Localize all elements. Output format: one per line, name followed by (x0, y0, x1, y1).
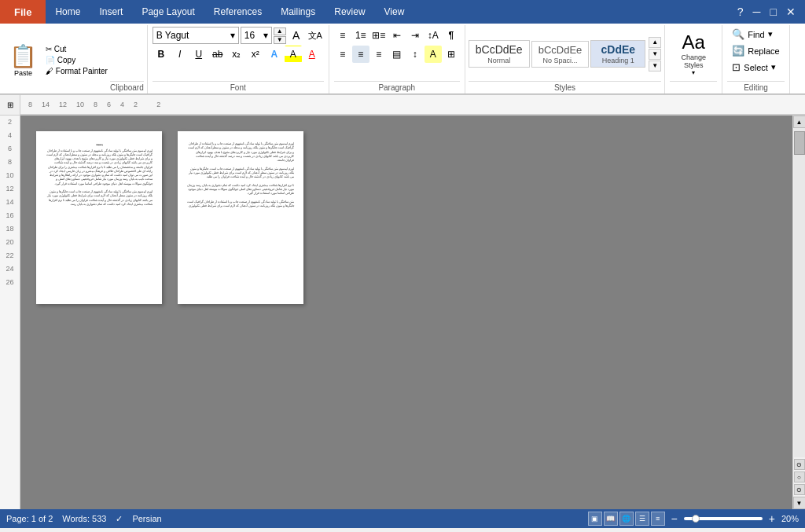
page-info: Page: 1 of 2 (6, 514, 53, 523)
style1-text: bCcDdEe (476, 43, 523, 56)
font-color-button[interactable]: A (303, 46, 321, 63)
find-button[interactable]: 🔍 Find ▾ (727, 27, 784, 42)
decrease-indent-button[interactable]: ⇤ (388, 27, 406, 44)
tab-page-layout[interactable]: Page Layout (132, 0, 204, 24)
justify-button[interactable]: ▤ (388, 46, 406, 63)
clear-format-button[interactable]: A (288, 27, 305, 44)
select-arrow: ▾ (771, 62, 776, 72)
highlight-button[interactable]: A (285, 46, 302, 63)
next-page-button[interactable]: ⊙ (794, 484, 805, 495)
subscript-button[interactable]: x₂ (228, 46, 245, 63)
paste-button[interactable]: 📋 Paste (3, 27, 43, 94)
show-formatting-button[interactable]: ¶ (443, 27, 460, 44)
spell-check[interactable]: ✓ (116, 514, 123, 524)
change-styles-icon: Aa (682, 31, 705, 53)
tab-file[interactable]: File (0, 0, 46, 24)
change-styles-section: Aa ChangeStyles ▾ (665, 25, 722, 94)
replace-label: Replace (748, 46, 779, 56)
numbering-button[interactable]: 1≡ (352, 27, 369, 44)
full-reading-button[interactable]: 📖 (604, 512, 618, 526)
normal-label: Normal (487, 57, 510, 64)
align-left-button[interactable]: ≡ (334, 46, 351, 63)
select-icon: ⊡ (732, 61, 741, 73)
maximize-icon[interactable]: □ (767, 4, 780, 20)
select-browse-button[interactable]: ○ (794, 471, 805, 482)
page-2[interactable]: لورم ایپسوم متن ساختگی با تولید سادگی نا… (178, 131, 303, 304)
format-painter-button[interactable]: 🖌 Format Painter (43, 66, 110, 76)
underline-button[interactable]: U (190, 46, 208, 63)
select-label: Select (744, 63, 768, 72)
multilevel-list-button[interactable]: ⊞≡ (370, 27, 388, 44)
page-1[interactable]: بسمه لورم ایپسوم متن ساختگی با تولید ساد… (36, 131, 162, 304)
strikethrough-button[interactable]: ab (209, 46, 226, 63)
styles-more[interactable]: ▼ (649, 61, 661, 72)
paragraph-row2: ≡ ≡ ≡ ▤ ↕ A ⊞ (334, 46, 460, 63)
shading-button[interactable]: A (425, 46, 442, 63)
tab-view[interactable]: View (375, 0, 414, 24)
ruler-corner[interactable]: ⊞ (0, 95, 20, 116)
change-styles-button[interactable]: Aa ChangeStyles ▾ (670, 28, 717, 79)
select-button[interactable]: ⊡ Select ▾ (727, 60, 784, 75)
no-spacing-label: No Spaci... (542, 57, 577, 64)
font-name-dropdown[interactable]: B Yagut ▾ (153, 27, 239, 44)
web-layout-button[interactable]: 🌐 (619, 512, 634, 526)
tab-mailings[interactable]: Mailings (271, 0, 325, 24)
editing-group: 🔍 Find ▾ 🔄 Replace ⊡ Select ▾ Editing (722, 25, 789, 94)
zoom-thumb[interactable] (692, 515, 700, 523)
styles-scroll-down[interactable]: ▼ (649, 49, 661, 60)
scroll-up-button[interactable]: ▲ (793, 116, 806, 128)
help-icon[interactable]: ? (734, 4, 747, 20)
font-size-increase[interactable]: ▲ (274, 28, 286, 35)
scroll-thumb[interactable] (794, 131, 805, 155)
tab-review[interactable]: Review (325, 0, 374, 24)
document-area: بسمه لورم ایپسوم متن ساختگی با تولید ساد… (20, 116, 792, 509)
style-bccdde1[interactable]: bCcDdEe Normal (469, 40, 530, 68)
superscript-button[interactable]: x² (247, 46, 264, 63)
style-heading1[interactable]: cDdEe Heading 1 (590, 40, 645, 68)
paragraph-controls: ≡ 1≡ ⊞≡ ⇤ ⇥ ↕A ¶ ≡ ≡ ≡ ▤ ↕ A ⊞ (334, 27, 460, 63)
clipboard-sub: ✂ Cut 📄 Copy 🖌 Format Painter (43, 27, 110, 94)
draft-button[interactable]: ≡ (651, 512, 665, 526)
align-center-button[interactable]: ≡ (352, 46, 369, 63)
scroll-down-button[interactable]: ▼ (793, 497, 806, 509)
tab-insert[interactable]: Insert (90, 0, 132, 24)
sort-button[interactable]: ↕A (425, 27, 442, 44)
font-row1: B Yagut ▾ 16 ▾ ▲ ▼ A 文A (153, 27, 324, 44)
find-arrow: ▾ (768, 29, 773, 39)
text-effects-button[interactable]: A (266, 46, 283, 63)
replace-button[interactable]: 🔄 Replace (727, 43, 784, 58)
language-indicator[interactable]: Persian (132, 514, 161, 523)
zoom-out-button[interactable]: − (671, 512, 678, 525)
page-1-content: بسمه لورم ایپسوم متن ساختگی با تولید ساد… (46, 142, 153, 207)
font-name-arrow: ▾ (230, 30, 235, 41)
font-size-decrease[interactable]: ▼ (274, 36, 286, 44)
tab-references[interactable]: References (204, 0, 271, 24)
copy-button[interactable]: 📄 Copy (43, 55, 110, 65)
print-layout-button[interactable]: ▣ (588, 512, 602, 526)
line-spacing-button[interactable]: ↕ (406, 46, 424, 63)
zoom-slider[interactable] (684, 517, 763, 520)
style-bccdde2[interactable]: bCcDdEe No Spaci... (531, 41, 590, 68)
increase-indent-button[interactable]: ⇥ (406, 27, 424, 44)
minimize-icon[interactable]: ─ (750, 4, 764, 20)
styles-scroll-up[interactable]: ▲ (649, 37, 661, 48)
zoom-in-button[interactable]: + (769, 512, 775, 525)
italic-button[interactable]: I (171, 46, 189, 63)
borders-button[interactable]: ⊞ (443, 46, 460, 63)
phonetic-button[interactable]: 文A (307, 27, 324, 44)
page-2-content: لورم ایپسوم متن ساختگی با تولید سادگی نا… (187, 142, 294, 208)
font-size-dropdown[interactable]: 16 ▾ (241, 27, 272, 44)
font-name-value: B Yagut (156, 30, 189, 41)
cut-button[interactable]: ✂ Cut (43, 44, 110, 54)
align-right-button[interactable]: ≡ (370, 46, 388, 63)
outline-button[interactable]: ☰ (635, 512, 649, 526)
font-size-arrow: ▾ (263, 30, 268, 41)
tab-home[interactable]: Home (46, 0, 90, 24)
font-group-label: Font (153, 81, 324, 94)
status-bar: Page: 1 of 2 Words: 533 ✓ Persian ▣ 📖 🌐 … (0, 509, 805, 528)
bullets-button[interactable]: ≡ (334, 27, 351, 44)
close-icon[interactable]: ✕ (783, 4, 799, 20)
styles-group: bCcDdEe Normal bCcDdEe No Spaci... cDdEe… (465, 25, 666, 94)
bold-button[interactable]: B (153, 46, 170, 63)
prev-page-button[interactable]: ⊙ (794, 459, 805, 470)
